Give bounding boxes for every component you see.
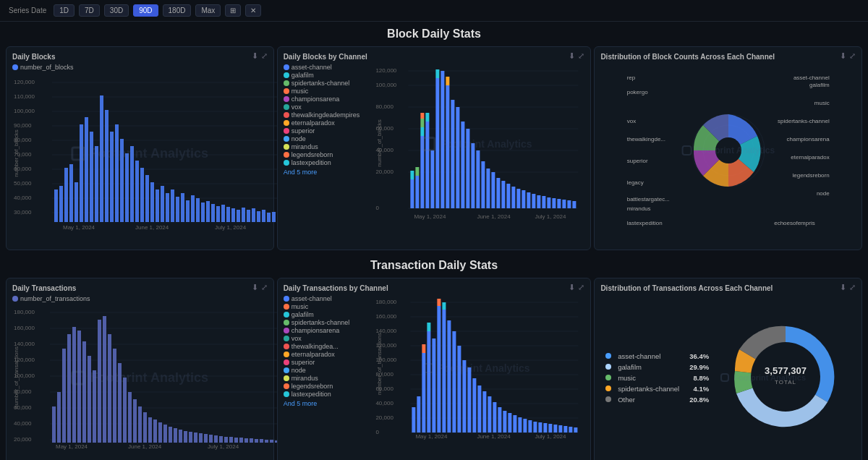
legend-vox: vox bbox=[284, 103, 363, 111]
svg-text:160,000: 160,000 bbox=[375, 313, 396, 320]
svg-rect-84 bbox=[415, 176, 419, 208]
svg-text:TOTAL: TOTAL bbox=[775, 379, 796, 386]
svg-rect-175 bbox=[184, 431, 187, 443]
svg-rect-226 bbox=[437, 299, 441, 306]
svg-rect-182 bbox=[219, 436, 223, 443]
btn-7d[interactable]: 7D bbox=[79, 4, 100, 17]
svg-rect-31 bbox=[110, 132, 114, 222]
close-icon-btn[interactable]: ✕ bbox=[245, 4, 261, 17]
svg-text:July 1, 2024: July 1, 2024 bbox=[535, 433, 566, 440]
svg-rect-241 bbox=[508, 413, 511, 433]
legend-t-mirandus: mirandus bbox=[284, 375, 363, 382]
svg-rect-162 bbox=[118, 363, 122, 443]
svg-rect-247 bbox=[538, 422, 542, 433]
svg-rect-223 bbox=[427, 323, 430, 331]
expand-icon-3[interactable]: ⤢ bbox=[849, 51, 856, 61]
svg-rect-22 bbox=[64, 168, 68, 222]
label-asset-channel: asset-channel bbox=[793, 74, 830, 81]
svg-rect-156 bbox=[88, 356, 91, 443]
svg-text:May 1, 2024: May 1, 2024 bbox=[414, 213, 446, 220]
expand-icon-2[interactable]: ⤢ bbox=[578, 51, 584, 61]
legend-asset-channel: asset-channel bbox=[284, 64, 363, 71]
donut-legend-galafilm: galafilm 29.9% bbox=[605, 363, 709, 371]
svg-text:June 1, 2024: June 1, 2024 bbox=[477, 433, 511, 440]
svg-rect-103 bbox=[476, 150, 480, 208]
label-legacy: legacy bbox=[627, 179, 644, 186]
svg-rect-107 bbox=[496, 178, 500, 208]
svg-rect-109 bbox=[506, 184, 510, 208]
svg-rect-166 bbox=[138, 406, 142, 443]
svg-rect-96 bbox=[446, 85, 449, 208]
daily-blocks-actions: ⬇ ⤢ bbox=[252, 51, 268, 61]
svg-rect-20 bbox=[54, 189, 58, 222]
svg-rect-243 bbox=[518, 417, 522, 433]
btn-max[interactable]: Max bbox=[195, 4, 221, 17]
svg-rect-186 bbox=[239, 438, 243, 443]
legend-t-eternal: eternalparadox bbox=[284, 351, 363, 358]
grid-icon-btn[interactable]: ⊞ bbox=[225, 4, 241, 17]
donut-label-music: music bbox=[618, 374, 636, 382]
btn-90d[interactable]: 90D bbox=[133, 4, 158, 17]
expand-icon[interactable]: ⤢ bbox=[261, 51, 268, 61]
legend-superior: superior bbox=[284, 127, 363, 135]
and-more-txns[interactable]: And 5 more bbox=[284, 400, 363, 407]
svg-text:110,000: 110,000 bbox=[14, 93, 35, 100]
svg-rect-248 bbox=[543, 423, 547, 433]
btn-180d[interactable]: 180D bbox=[163, 4, 192, 17]
expand-icon-6[interactable]: ⤢ bbox=[849, 283, 856, 292]
svg-rect-86 bbox=[420, 136, 424, 208]
label-galafilm: galafilm bbox=[809, 82, 830, 88]
svg-rect-28 bbox=[95, 146, 98, 222]
svg-text:140,000: 140,000 bbox=[14, 341, 35, 347]
svg-rect-44 bbox=[176, 197, 179, 222]
download-icon[interactable]: ⬇ bbox=[252, 51, 258, 61]
download-icon-5[interactable]: ⬇ bbox=[569, 283, 575, 292]
svg-rect-120 bbox=[562, 200, 566, 208]
btn-1d[interactable]: 1D bbox=[54, 4, 75, 17]
donut-label-galafilm: galafilm bbox=[618, 363, 642, 371]
svg-rect-118 bbox=[552, 198, 556, 208]
svg-rect-50 bbox=[206, 201, 210, 222]
svg-rect-114 bbox=[532, 194, 535, 208]
svg-text:180,000: 180,000 bbox=[375, 299, 396, 305]
label-championsarena: championsarena bbox=[787, 136, 830, 142]
svg-rect-108 bbox=[501, 181, 505, 208]
download-icon-4[interactable]: ⬇ bbox=[252, 283, 258, 292]
svg-rect-95 bbox=[441, 71, 444, 208]
label-node: node bbox=[817, 190, 830, 197]
expand-icon-4[interactable]: ⤢ bbox=[261, 283, 268, 292]
svg-rect-234 bbox=[472, 378, 476, 433]
svg-rect-183 bbox=[224, 437, 228, 443]
transaction-distribution-actions: ⬇ ⤢ bbox=[840, 283, 856, 292]
btn-30d[interactable]: 30D bbox=[104, 4, 129, 17]
svg-rect-113 bbox=[527, 192, 530, 208]
donut-pct-asset: 36.4% bbox=[684, 352, 709, 360]
expand-icon-5[interactable]: ⤢ bbox=[578, 283, 584, 292]
download-icon-6[interactable]: ⬇ bbox=[840, 283, 846, 292]
legend-t-superior: superior bbox=[284, 359, 363, 366]
legend-legendsreborn: legendsreborn bbox=[284, 151, 363, 158]
svg-rect-157 bbox=[93, 370, 96, 443]
label-mirandus: mirandus bbox=[627, 205, 651, 212]
svg-rect-189 bbox=[255, 439, 258, 443]
svg-rect-242 bbox=[513, 415, 516, 433]
svg-text:3,577,307: 3,577,307 bbox=[765, 365, 807, 376]
and-more-blocks[interactable]: And 5 more bbox=[284, 169, 363, 176]
block-section-title: Block Daily Stats bbox=[0, 22, 868, 43]
legend-mirandus: mirandus bbox=[284, 143, 363, 150]
download-icon-2[interactable]: ⬇ bbox=[569, 51, 575, 61]
svg-rect-169 bbox=[153, 419, 157, 443]
svg-rect-239 bbox=[498, 407, 501, 433]
svg-rect-35 bbox=[130, 146, 134, 222]
daily-transactions-channel-title: Daily Transactions by Channel bbox=[284, 284, 585, 292]
svg-rect-63 bbox=[272, 212, 276, 222]
block-radial-chart bbox=[678, 100, 779, 201]
svg-rect-46 bbox=[186, 200, 190, 222]
label-superior: superior bbox=[627, 158, 648, 164]
svg-rect-52 bbox=[216, 206, 220, 222]
daily-blocks-chart: 120,000 110,000 100,000 90,000 80,000 70… bbox=[12, 74, 280, 233]
download-icon-3[interactable]: ⬇ bbox=[840, 51, 846, 61]
svg-rect-23 bbox=[69, 164, 73, 222]
svg-text:0: 0 bbox=[375, 205, 379, 211]
svg-rect-110 bbox=[511, 187, 515, 208]
